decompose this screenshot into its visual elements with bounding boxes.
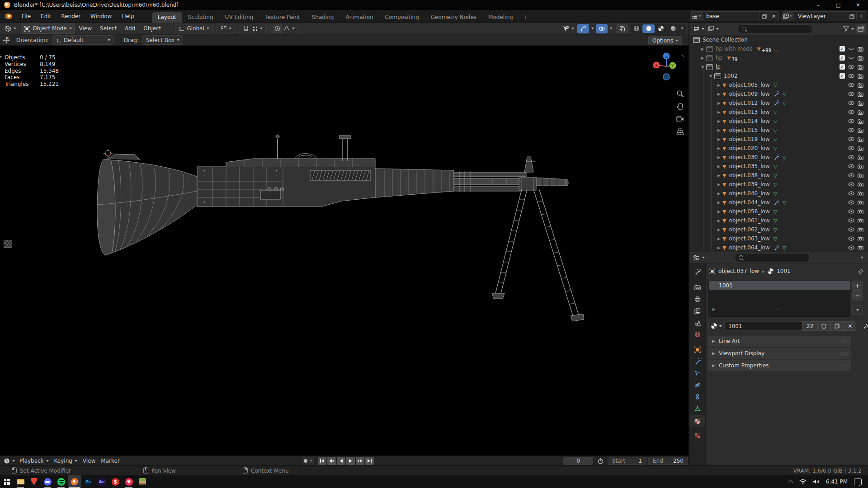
eye-open-icon[interactable] bbox=[848, 65, 854, 69]
add-material-slot-button[interactable]: + bbox=[852, 281, 863, 291]
expand-arrow-icon[interactable]: ▶ bbox=[717, 183, 721, 187]
remove-material-slot-button[interactable]: − bbox=[852, 291, 863, 300]
show-gizmo-toggle[interactable] bbox=[577, 24, 589, 33]
unlink-material-icon[interactable]: ✕ bbox=[844, 321, 856, 331]
taskbar-blender[interactable] bbox=[68, 475, 81, 488]
object-name[interactable]: object.038_low bbox=[729, 172, 769, 178]
outliner-object-row[interactable]: ▶▼object.013_low▽ bbox=[689, 108, 868, 117]
expand-arrow-icon[interactable]: ▶ bbox=[717, 92, 721, 96]
material-users-count[interactable]: 22 bbox=[802, 321, 817, 331]
menu-window[interactable]: Window bbox=[85, 10, 117, 22]
snap-target-button[interactable] bbox=[217, 24, 235, 33]
render-camera-icon[interactable] bbox=[858, 101, 863, 106]
render-camera-icon[interactable] bbox=[858, 92, 863, 97]
breadcrumb-material-name[interactable]: 1001 bbox=[777, 268, 791, 274]
expand-arrow-icon[interactable]: ▶ bbox=[717, 137, 721, 141]
collapse-arrow-icon[interactable]: ▼ bbox=[700, 65, 705, 69]
timeline-view-menu[interactable]: View bbox=[80, 456, 98, 465]
scene-selector[interactable]: base ✕ bbox=[690, 11, 779, 21]
render-camera-icon[interactable] bbox=[858, 74, 863, 79]
eye-open-icon[interactable] bbox=[848, 155, 854, 160]
frame-end-field[interactable]: End250 bbox=[648, 457, 688, 465]
render-camera-icon[interactable] bbox=[858, 110, 863, 115]
pan-tool-icon[interactable] bbox=[675, 101, 685, 112]
material-slot-list[interactable]: 1001 ▶ :::: bbox=[708, 281, 850, 317]
eye-open-icon[interactable] bbox=[848, 245, 854, 250]
taskbar-brave[interactable] bbox=[27, 475, 41, 488]
tab-render-properties[interactable] bbox=[689, 282, 705, 293]
render-preview-icon[interactable] bbox=[4, 240, 12, 248]
expand-arrow-icon[interactable]: ▶ bbox=[717, 174, 721, 178]
eye-open-icon[interactable] bbox=[848, 209, 854, 214]
outliner-object-row[interactable]: ▶▼object.038_low▽ bbox=[689, 171, 868, 180]
wifi-icon[interactable] bbox=[799, 479, 807, 484]
tab-world-properties[interactable] bbox=[689, 328, 705, 340]
workspace-tab-sculpting[interactable]: Sculpting bbox=[182, 12, 219, 23]
menu-help[interactable]: Help bbox=[117, 10, 139, 22]
tab-view-layer-properties[interactable] bbox=[689, 305, 705, 317]
render-camera-icon[interactable] bbox=[858, 245, 863, 250]
render-camera-icon[interactable] bbox=[858, 119, 863, 124]
eye-open-icon[interactable] bbox=[848, 191, 854, 196]
workspace-tab-geometry-nodes[interactable]: Geometry Nodes bbox=[425, 12, 482, 23]
expand-arrow-icon[interactable]: ▶ bbox=[717, 246, 721, 250]
outliner-object-row[interactable]: ▶▼object.019_low▽ bbox=[689, 135, 868, 144]
object-name[interactable]: object.020_low bbox=[729, 145, 769, 151]
menu-file[interactable]: File bbox=[17, 10, 36, 22]
outliner-filter-dropdown[interactable] bbox=[841, 24, 856, 33]
section-viewport-display[interactable]: ▶Viewport Display:::: bbox=[708, 348, 851, 359]
taskbar-spotify[interactable] bbox=[54, 475, 68, 488]
shading-wireframe-icon[interactable] bbox=[630, 24, 642, 33]
eye-open-icon[interactable] bbox=[848, 173, 854, 178]
expand-arrow-icon[interactable]: ▶ bbox=[717, 210, 721, 214]
eye-closed-icon[interactable] bbox=[848, 47, 854, 51]
pin-icon[interactable] bbox=[858, 269, 863, 275]
outliner-row-1002[interactable]: ▼ 1002 ✓ bbox=[689, 71, 868, 80]
eye-open-icon[interactable] bbox=[848, 182, 854, 187]
outliner-row-scene-collection[interactable]: Scene Collection bbox=[689, 35, 868, 44]
outliner-object-row[interactable]: ▶▼object.044_low▽ bbox=[689, 198, 868, 207]
outliner-object-row[interactable]: ▶▼object.040_low▽ bbox=[689, 189, 868, 198]
expand-arrow-icon[interactable]: ▶ bbox=[717, 237, 721, 241]
object-name[interactable]: object.009_low bbox=[729, 91, 769, 97]
expand-arrow-icon[interactable]: ▶ bbox=[717, 128, 721, 132]
properties-editor-dropdown[interactable] bbox=[691, 253, 707, 263]
taskbar-discord[interactable] bbox=[41, 475, 54, 488]
render-camera-icon[interactable] bbox=[858, 128, 863, 133]
object-name[interactable]: object.030_low bbox=[729, 154, 769, 160]
snap-magnet-icon[interactable] bbox=[241, 24, 251, 33]
editor-type-button[interactable] bbox=[2, 24, 19, 33]
tab-constraint-properties[interactable] bbox=[689, 391, 705, 403]
expand-arrow-icon[interactable]: ▶ bbox=[717, 146, 721, 150]
expand-arrow-icon[interactable]: ▶ bbox=[717, 164, 721, 169]
workspace-tab-shading[interactable]: Shading bbox=[306, 12, 340, 23]
object-name[interactable]: object.056_low bbox=[729, 208, 769, 215]
object-name[interactable]: object.064_low bbox=[729, 244, 769, 251]
object-name[interactable]: object.015_low bbox=[729, 127, 769, 133]
expand-arrow-icon[interactable]: ▶ bbox=[717, 219, 721, 223]
transform-orientation-dropdown[interactable]: Global bbox=[175, 24, 212, 33]
outliner-object-row[interactable]: ▶▼object.035_low▽ bbox=[689, 162, 868, 171]
material-nodes-dropdown[interactable] bbox=[861, 321, 868, 331]
next-keyframe-button[interactable] bbox=[356, 457, 364, 465]
outliner-object-row[interactable]: ▶▼object.056_low▽ bbox=[689, 207, 868, 216]
viewport-3d[interactable]: Objects0 / 75 Vertices8,149 Edges15,348 … bbox=[0, 46, 689, 455]
fake-user-shield-icon[interactable] bbox=[817, 321, 830, 331]
material-slot-name[interactable]: 1001 bbox=[719, 282, 733, 289]
tab-output-properties[interactable] bbox=[689, 293, 705, 305]
timeline-editor-type-button[interactable] bbox=[2, 456, 17, 465]
collection-name[interactable]: hp with mods bbox=[716, 46, 752, 52]
outliner-display-mode-dropdown[interactable] bbox=[691, 24, 706, 33]
expand-arrow-icon[interactable]: ▶ bbox=[717, 101, 721, 105]
slot-list-expand-icon[interactable]: ▶ bbox=[712, 307, 715, 311]
close-button[interactable]: ✕ bbox=[848, 0, 868, 10]
exclude-checkbox[interactable]: ✓ bbox=[840, 73, 845, 79]
material-slot-specials-dropdown[interactable] bbox=[852, 305, 863, 315]
proportional-edit-icon[interactable] bbox=[273, 24, 283, 33]
notification-center-icon[interactable] bbox=[854, 479, 862, 485]
overlay-expand-arrow[interactable]: ▸ bbox=[0, 54, 2, 59]
perspective-toggle-icon[interactable] bbox=[675, 126, 685, 137]
eye-open-icon[interactable] bbox=[848, 164, 854, 169]
outliner-object-row[interactable]: ▶▼object.014_low▽ bbox=[689, 117, 868, 126]
workspace-tab-uv-editing[interactable]: UV Editing bbox=[219, 12, 259, 23]
